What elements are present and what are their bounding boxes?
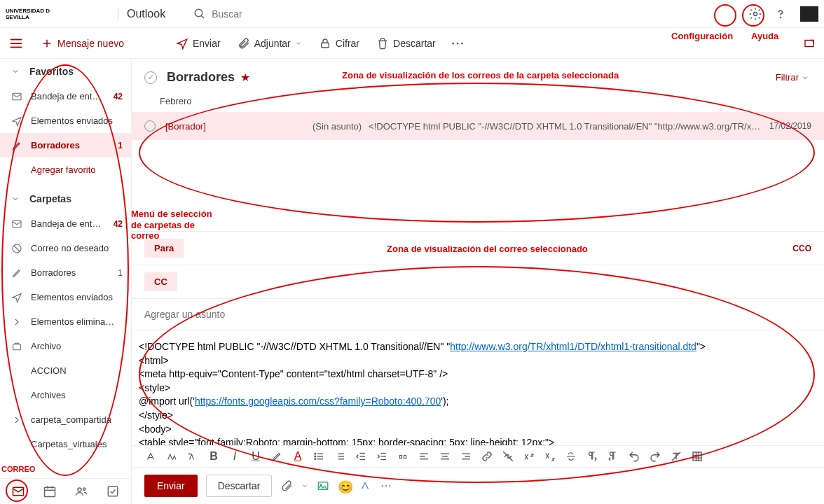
cc-chip[interactable]: CC <box>144 272 177 291</box>
numbering-icon[interactable] <box>334 450 346 463</box>
svg-point-29 <box>315 456 316 457</box>
to-row[interactable]: Para CCO <box>132 232 824 265</box>
superscript-icon[interactable] <box>523 450 535 463</box>
mail-icon[interactable] <box>11 484 25 498</box>
sidebar-count: 1 <box>118 268 123 278</box>
more-icon[interactable] <box>380 479 392 492</box>
sidebar-item[interactable]: Borradores1 <box>0 133 131 158</box>
folder-icon <box>11 316 22 328</box>
svg-rect-13 <box>805 40 813 46</box>
svg-point-59 <box>382 485 383 486</box>
subject-input[interactable] <box>132 299 824 330</box>
link-icon[interactable] <box>481 450 493 463</box>
body-link[interactable]: https://fonts.googleapis.com/css?family=… <box>195 396 441 407</box>
subscript-icon[interactable] <box>544 450 556 463</box>
compose-send-button[interactable]: Enviar <box>144 475 198 497</box>
sidebar-item[interactable]: Archivo <box>0 334 131 358</box>
rtl-icon[interactable] <box>607 450 619 463</box>
indent-icon[interactable] <box>376 450 388 463</box>
attach-small-icon[interactable] <box>280 479 293 492</box>
attach-label: Adjuntar <box>254 38 291 49</box>
to-chip[interactable]: Para <box>144 239 184 258</box>
highlight-icon[interactable] <box>270 450 283 463</box>
signature-icon[interactable] <box>359 479 371 492</box>
new-message-label: Mensaje nuevo <box>57 38 124 49</box>
redo-icon[interactable] <box>649 450 661 463</box>
chevron-down-icon[interactable] <box>301 482 308 489</box>
sidebar-item[interactable]: carpeta_compartida <box>0 407 131 432</box>
folder-icon <box>11 267 22 279</box>
sidebar-item[interactable]: Bandeja de ent…42 <box>0 211 131 236</box>
search-area[interactable] <box>193 8 746 20</box>
table-icon[interactable] <box>691 450 703 463</box>
sidebar-item-label: Bandeja de ent… <box>31 218 111 229</box>
outdent-icon[interactable] <box>355 450 367 463</box>
account-tile[interactable] <box>800 6 818 22</box>
compose-discard-button[interactable]: Descartar <box>206 475 273 497</box>
select-all-checkbox[interactable] <box>144 71 157 84</box>
italic-icon[interactable]: I <box>228 450 241 463</box>
compose-body[interactable]: <!DOCTYPE html PUBLIC "-//W3C//DTD XHTML… <box>132 330 824 445</box>
strikethrough-icon[interactable] <box>565 450 577 463</box>
filter-button[interactable]: Filtrar <box>776 72 809 83</box>
sidebar-item[interactable]: Borradores1 <box>0 260 131 285</box>
discard-button[interactable]: Descartar <box>368 28 444 58</box>
bcc-toggle[interactable]: CCO <box>792 244 811 253</box>
sidebar-item-label: ACCION <box>31 365 123 376</box>
sidebar-item[interactable]: Elementos elimina… <box>0 309 131 334</box>
send-button[interactable]: Enviar <box>167 28 229 58</box>
menu-icon[interactable] <box>8 36 24 51</box>
mail-no-subject: (Sin asunto) <box>313 121 362 132</box>
settings-button[interactable] <box>746 4 765 24</box>
attach-button[interactable]: Adjuntar <box>229 28 310 58</box>
star-icon[interactable]: ★ <box>240 71 250 84</box>
body-link[interactable]: http://www.w3.org/TR/xhtml1/DTD/xhtml1-t… <box>450 341 696 352</box>
bullets-icon[interactable] <box>313 450 325 463</box>
bold-icon[interactable]: B <box>207 450 220 463</box>
sidebar-item[interactable]: Elementos enviados <box>0 285 131 309</box>
calendar-icon[interactable] <box>43 484 57 498</box>
sidebar-item[interactable]: Correo no deseado <box>0 236 131 260</box>
svg-rect-26 <box>108 486 117 496</box>
sidebar-item[interactable]: Bandeja de ent…42 <box>0 84 131 108</box>
row-checkbox[interactable] <box>144 120 156 132</box>
folders-header[interactable]: Carpetas <box>0 186 131 211</box>
favorites-header[interactable]: Favoritos <box>0 59 131 84</box>
people-icon[interactable] <box>74 484 88 498</box>
ltr-icon[interactable] <box>586 450 598 463</box>
underline-icon[interactable]: U <box>249 450 262 463</box>
align-right-icon[interactable] <box>460 450 472 463</box>
quote-icon[interactable] <box>397 450 409 463</box>
font-color-icon[interactable]: A <box>291 450 304 463</box>
font-icon[interactable] <box>144 450 157 463</box>
sidebar-item[interactable]: Agregar favorito <box>0 158 131 182</box>
tasks-icon[interactable] <box>106 484 120 498</box>
font-size-down-icon[interactable] <box>186 450 199 463</box>
sidebar-item[interactable]: Archives <box>0 383 131 407</box>
svg-point-10 <box>452 42 454 44</box>
unlink-icon[interactable] <box>502 450 514 463</box>
align-left-icon[interactable] <box>418 450 430 463</box>
cc-row[interactable]: CC <box>132 265 824 299</box>
folder-icon <box>11 218 22 230</box>
sidebar-item[interactable]: Elementos enviados <box>0 108 131 133</box>
sidebar-item[interactable]: ACCION <box>0 358 131 383</box>
font-size-icon[interactable] <box>165 450 178 463</box>
emoji-icon[interactable]: 😊 <box>338 479 350 492</box>
more-icon[interactable] <box>450 36 465 51</box>
svg-point-11 <box>456 42 458 44</box>
encrypt-button[interactable]: Cifrar <box>310 28 368 58</box>
body-text: "> <box>696 341 706 352</box>
undo-icon[interactable] <box>628 450 640 463</box>
search-input[interactable] <box>212 8 352 20</box>
open-pane-icon[interactable] <box>803 37 816 50</box>
mail-row[interactable]: [Borrador] (Sin asunto) <!DOCTYPE html P… <box>132 112 824 140</box>
help-button[interactable] <box>771 4 790 24</box>
clear-format-icon[interactable] <box>670 450 682 463</box>
folder-icon <box>11 243 22 254</box>
align-center-icon[interactable] <box>439 450 451 463</box>
sidebar-item[interactable]: Carpetas_virtuales <box>0 432 131 456</box>
new-message-button[interactable]: Mensaje nuevo <box>32 28 132 58</box>
search-icon <box>193 8 206 20</box>
image-icon[interactable] <box>317 479 329 492</box>
